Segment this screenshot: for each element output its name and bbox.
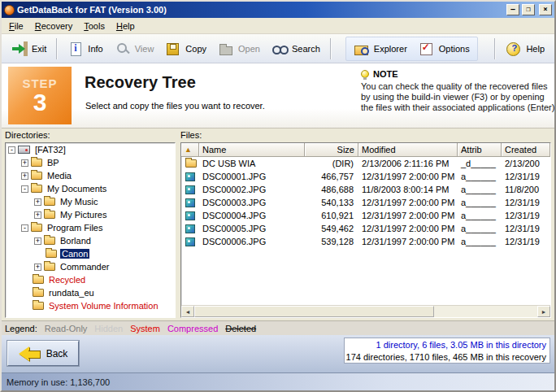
close-button[interactable]: × <box>539 4 552 15</box>
tree-item-my-documents[interactable]: My Documents <box>6 182 175 195</box>
tree-item-label: My Music <box>59 197 99 207</box>
legend-item-hidden: Hidden <box>94 324 123 333</box>
file-name: DSC00005.JPG <box>199 224 305 233</box>
tree-item-program-files[interactable]: Program Files <box>6 221 175 234</box>
minimize-button[interactable]: – <box>506 4 519 15</box>
directory-tree[interactable]: [FAT32] BP Media My Documents <box>5 142 176 318</box>
files-table[interactable]: ▲ Name Size Modified Attrib Created DC U… <box>180 142 551 318</box>
tree-item-bp[interactable]: BP <box>6 156 175 169</box>
main-content: Directories: [FAT32] BP Media <box>2 128 554 320</box>
back-button[interactable]: Back <box>7 341 79 366</box>
maximize-button[interactable]: ❐ <box>522 4 535 15</box>
tree-item-commander[interactable]: Commander <box>6 260 175 273</box>
file-created: 12/31/19 <box>502 172 550 181</box>
legend-item-readonly: Read-Only <box>45 324 88 333</box>
copy-icon <box>165 41 181 56</box>
column-header-name[interactable]: Name <box>199 143 305 157</box>
tree-item-my-pictures[interactable]: My Pictures <box>6 208 175 221</box>
jpg-file-icon <box>185 224 195 233</box>
jpg-file-icon <box>185 185 195 194</box>
exit-button[interactable]: Exit <box>6 37 52 60</box>
column-header-modified[interactable]: Modified <box>358 143 458 157</box>
collapse-icon[interactable] <box>8 146 15 154</box>
expand-icon[interactable] <box>21 172 28 180</box>
note-line: You can check the quality of the recover… <box>361 81 554 92</box>
table-row[interactable]: DSC00005.JPG 549,462 12/31/1997 2:00:00 … <box>181 222 550 235</box>
column-header-created[interactable]: Created <box>502 143 550 157</box>
table-row[interactable]: DSC00002.JPG 486,688 11/8/2003 8:00:14 P… <box>181 183 550 196</box>
file-created: 12/31/19 <box>502 211 550 220</box>
back-button-label: Back <box>46 348 68 359</box>
folder-icon <box>44 198 55 206</box>
copy-button[interactable]: Copy <box>159 37 212 60</box>
tree-item-label: [FAT32] <box>33 145 67 155</box>
view-icon <box>115 41 131 56</box>
menu-item-help[interactable]: Help <box>111 20 141 33</box>
file-attrib: a______ <box>458 198 502 207</box>
table-row[interactable]: DC USB WIA (DIR) 2/13/2006 2:11:16 PM _d… <box>181 157 550 170</box>
note-line: by using the build-in viewer (F3) or by … <box>361 92 554 102</box>
note-panel: NOTE You can check the quality of the re… <box>361 68 554 113</box>
expand-icon[interactable] <box>34 198 41 206</box>
help-button[interactable]: ? Help <box>500 37 550 60</box>
expand-icon[interactable] <box>34 211 41 219</box>
search-button-label: Search <box>292 44 320 54</box>
window-title: GetDataBack for FAT (Version 3.00) <box>17 5 504 15</box>
step-number: 3 <box>33 90 47 115</box>
search-button[interactable]: Search <box>266 37 326 60</box>
exit-icon <box>11 41 28 56</box>
scroll-left-button[interactable]: ◄ <box>181 306 194 317</box>
view-button[interactable]: View <box>109 37 160 60</box>
table-row[interactable]: DSC00001.JPG 466,757 12/31/1997 2:00:00 … <box>181 170 550 183</box>
expand-icon[interactable] <box>34 237 41 245</box>
tree-item-my-music[interactable]: My Music <box>6 195 175 208</box>
info-button[interactable]: Info <box>62 37 108 60</box>
window-titlebar[interactable]: GetDataBack for FAT (Version 3.00) – ❐ × <box>2 2 554 18</box>
tree-item-rundata-eu[interactable]: rundata_eu <box>6 286 175 299</box>
step-badge: STEP 3 <box>8 67 72 124</box>
open-folder-icon <box>218 41 234 56</box>
file-size: 486,688 <box>305 185 358 194</box>
tree-item-label-selected: Canon <box>60 249 89 259</box>
table-row[interactable]: DSC00006.JPG 539,128 12/31/1997 2:00:00 … <box>181 235 550 248</box>
tree-item-label: BP <box>46 158 61 168</box>
scrollbar-thumb[interactable] <box>194 306 434 317</box>
menu-item-tools[interactable]: Tools <box>78 20 111 33</box>
expand-icon[interactable] <box>34 264 41 271</box>
menu-item-file[interactable]: File <box>3 20 29 33</box>
scrollbar-track[interactable] <box>194 306 537 317</box>
tree-item-borland[interactable]: Borland <box>6 234 175 247</box>
options-button[interactable]: ✓ Options <box>413 37 476 60</box>
directories-pane: Directories: [FAT32] BP Media <box>5 130 176 318</box>
table-row[interactable]: DSC00003.JPG 540,133 12/31/1997 2:00:00 … <box>181 196 550 209</box>
view-button-label: View <box>135 44 154 54</box>
tree-item-recycled[interactable]: Recycled <box>6 273 175 286</box>
horizontal-scrollbar[interactable]: ◄ ► <box>181 305 550 317</box>
file-size: (DIR) <box>305 159 358 168</box>
tree-item-media[interactable]: Media <box>6 169 175 182</box>
files-pane: Files: ▲ Name Size Modified Attrib Creat… <box>180 130 551 318</box>
table-row[interactable]: DSC00004.JPG 610,921 12/31/1997 2:00:00 … <box>181 209 550 222</box>
tree-item-system-volume-information[interactable]: System Volume Information <box>6 299 175 312</box>
page-subtitle: Select and copy the files you want to re… <box>85 101 265 111</box>
sort-ascending-icon: ▲ <box>185 146 192 154</box>
memory-status: Memory in use: 1,136,700 <box>7 377 110 387</box>
help-icon: ? <box>506 41 522 56</box>
open-button[interactable]: Open <box>212 37 266 60</box>
collapse-icon[interactable] <box>21 224 28 232</box>
column-header-attrib[interactable]: Attrib <box>458 143 502 157</box>
file-name: DC USB WIA <box>199 159 305 168</box>
file-name: DSC00003.JPG <box>199 198 305 207</box>
column-header-size[interactable]: Size <box>305 143 358 157</box>
collapse-icon[interactable] <box>21 185 28 193</box>
expand-icon[interactable] <box>21 159 28 167</box>
explorer-button[interactable]: Explorer <box>348 37 413 60</box>
tree-item-fat32[interactable]: [FAT32] <box>6 143 175 156</box>
tree-item-canon[interactable]: Canon <box>6 247 175 260</box>
options-icon: ✓ <box>419 41 435 56</box>
menu-item-recovery[interactable]: Recovery <box>29 20 78 33</box>
column-header-sort[interactable]: ▲ <box>181 143 199 157</box>
scroll-right-button[interactable]: ► <box>537 306 550 317</box>
folder-icon <box>31 185 42 193</box>
note-title: NOTE <box>373 69 398 79</box>
